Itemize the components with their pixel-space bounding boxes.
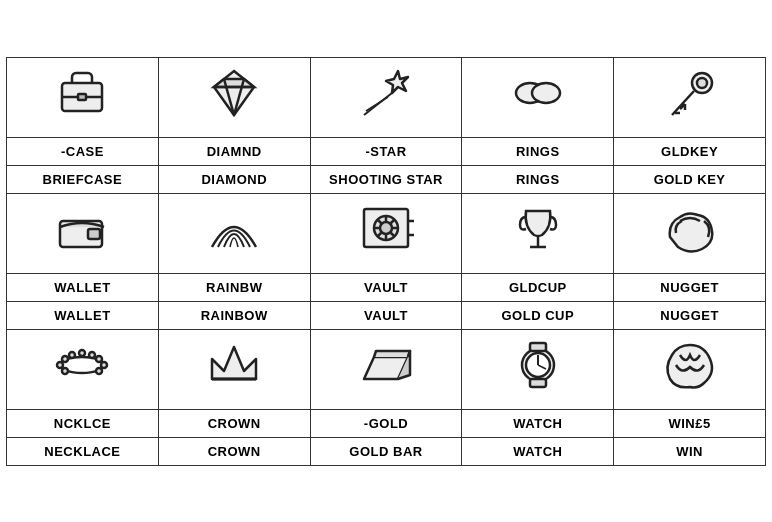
icon-necklace [7,329,159,409]
icon-nugget [614,193,766,273]
correct-label-nugget: NUGGET [614,301,766,329]
correct-label-win: WIN [614,437,766,465]
icon-goldcup [462,193,614,273]
correct-label-necklace: NECKLACE [7,437,159,465]
ocr-label-nugget: NUGGET [614,273,766,301]
icon-vault [310,193,462,273]
svg-rect-2 [78,94,86,100]
ocr-label-briefcase: -CASE [7,137,159,165]
svg-rect-20 [88,229,100,239]
ocr-label-shooting-star: -STAR [310,137,462,165]
ocr-label-vault: VAULT [310,273,462,301]
ocr-label-rainbow: RAINBW [158,273,310,301]
correct-label-vault: VAULT [310,301,462,329]
svg-point-41 [89,352,95,358]
correct-label-watch: WATCH [462,437,614,465]
svg-point-42 [96,356,102,362]
correct-label-shooting-star: SHOOTING STAR [310,165,462,193]
icon-rainbow [158,193,310,273]
icon-rings [462,57,614,137]
icon-diamond [158,57,310,137]
correct-label-briefcase: BRIEFCASE [7,165,159,193]
correct-label-diamond: DIAMOND [158,165,310,193]
svg-point-14 [697,78,707,88]
ocr-label-goldbar: -GOLD [310,409,462,437]
icon-win [614,329,766,409]
svg-line-10 [366,97,388,111]
item-grid: -CASEDIAMND-STARRINGSGLDKEYBRIEFCASEDIAM… [6,57,766,466]
ocr-label-wallet: WALLET [7,273,159,301]
icon-shooting-star [310,57,462,137]
correct-label-wallet: WALLET [7,301,159,329]
ocr-label-rings: RINGS [462,137,614,165]
svg-line-15 [672,91,694,115]
correct-label-goldcup: GOLD CUP [462,301,614,329]
correct-label-rings: RINGS [462,165,614,193]
ocr-label-diamond: DIAMND [158,137,310,165]
icon-watch [462,329,614,409]
icon-wallet [7,193,159,273]
svg-rect-52 [530,379,546,387]
icon-goldbar [310,329,462,409]
svg-point-40 [79,350,85,356]
svg-point-43 [101,362,107,368]
ocr-label-goldkey: GLDKEY [614,137,766,165]
svg-point-39 [69,352,75,358]
svg-point-44 [96,368,102,374]
icon-briefcase [7,57,159,137]
icon-goldkey [614,57,766,137]
svg-rect-51 [530,343,546,351]
svg-marker-8 [386,71,408,93]
ocr-label-win: WIN£5 [614,409,766,437]
correct-label-goldbar: GOLD BAR [310,437,462,465]
svg-marker-3 [214,71,254,115]
correct-label-goldkey: GOLD KEY [614,165,766,193]
svg-point-12 [532,83,560,103]
svg-point-37 [57,362,63,368]
ocr-label-goldcup: GLDCUP [462,273,614,301]
ocr-label-watch: WATCH [462,409,614,437]
correct-label-rainbow: RAINBOW [158,301,310,329]
svg-point-45 [62,368,68,374]
icon-crown [158,329,310,409]
ocr-label-necklace: NCKLCE [7,409,159,437]
ocr-label-crown: CROWN [158,409,310,437]
svg-point-38 [62,356,68,362]
correct-label-crown: CROWN [158,437,310,465]
